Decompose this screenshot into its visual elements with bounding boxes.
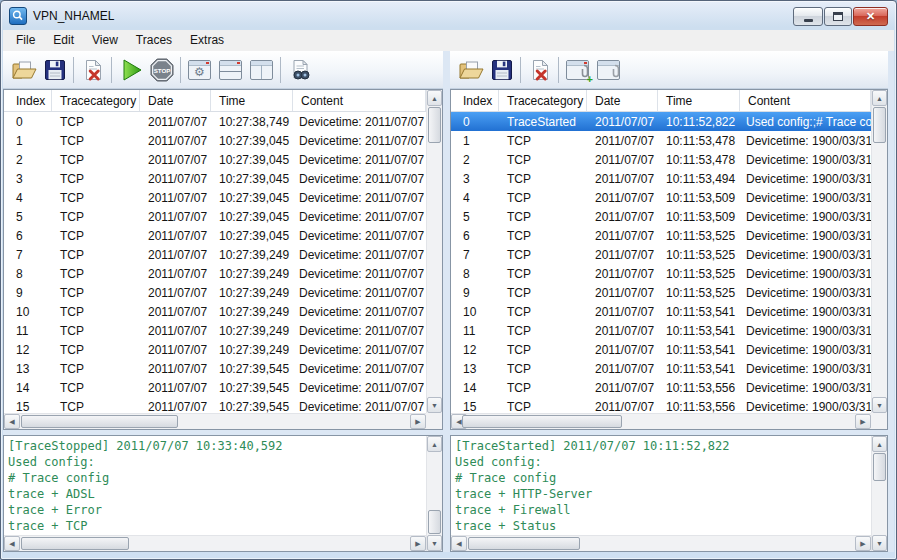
table-row[interactable]: 10TCP2011/07/0710:11:53,541Devicetime: 1…	[451, 302, 871, 321]
scroll-down-button[interactable]: ▼	[872, 535, 887, 551]
table-row[interactable]: 9TCP2011/07/0710:27:39,249Devicetime: 20…	[4, 283, 426, 302]
table-row[interactable]: 14TCP2011/07/0710:11:53,556Devicetime: 1…	[451, 378, 871, 397]
column-header-date[interactable]: Date	[587, 90, 658, 111]
column-header-index[interactable]: Index	[451, 90, 499, 111]
table-row[interactable]: 13TCP2011/07/0710:27:39,545Devicetime: 2…	[4, 359, 426, 378]
table-row[interactable]: 12TCP2011/07/0710:11:53,541Devicetime: 1…	[451, 340, 871, 359]
split-horizontal-button[interactable]	[215, 54, 246, 85]
menu-view[interactable]: View	[83, 31, 127, 50]
column-header-time[interactable]: Time	[211, 90, 293, 111]
table-row[interactable]: 11TCP2011/07/0710:27:39,249Devicetime: 2…	[4, 321, 426, 340]
table-row[interactable]: 5TCP2011/07/0710:27:39,045Devicetime: 20…	[4, 207, 426, 226]
table-row[interactable]: 7TCP2011/07/0710:11:53,525Devicetime: 19…	[451, 245, 871, 264]
vertical-splitter[interactable]	[443, 51, 450, 552]
app-icon[interactable]	[9, 7, 27, 25]
title-bar[interactable]: VPN_NHAMEL ✕	[3, 2, 894, 30]
search-trace-button[interactable]	[284, 54, 315, 85]
table-row[interactable]: 4TCP2011/07/0710:27:39,045Devicetime: 20…	[4, 188, 426, 207]
clear-trace-button[interactable]	[77, 54, 108, 85]
table-row[interactable]: 8TCP2011/07/0710:11:53,525Devicetime: 19…	[451, 264, 871, 283]
column-header-content[interactable]: Content	[293, 90, 426, 111]
table-row[interactable]: 15TCP2011/07/0710:11:53,556Devicetime: 1…	[451, 397, 871, 413]
scroll-down-button[interactable]: ▼	[872, 397, 887, 413]
attach-window-add-button[interactable]: +	[562, 54, 593, 85]
split-vertical-button[interactable]	[246, 54, 277, 85]
scroll-up-button[interactable]: ▲	[427, 90, 442, 106]
save-trace-button[interactable]	[39, 54, 70, 85]
restore-button[interactable]	[824, 7, 852, 26]
scroll-down-button[interactable]: ▼	[427, 535, 442, 551]
table-row[interactable]: 6TCP2011/07/0710:11:53,525Devicetime: 19…	[451, 226, 871, 245]
table-row[interactable]: 2TCP2011/07/0710:11:53,478Devicetime: 19…	[451, 150, 871, 169]
table-row[interactable]: 10TCP2011/07/0710:27:39,249Devicetime: 2…	[4, 302, 426, 321]
table-row[interactable]: 4TCP2011/07/0710:11:53,509Devicetime: 19…	[451, 188, 871, 207]
minimize-button[interactable]	[793, 7, 823, 26]
table-row[interactable]: 3TCP2011/07/0710:27:39,045Devicetime: 20…	[4, 169, 426, 188]
menu-edit[interactable]: Edit	[44, 31, 83, 50]
table-row[interactable]: 9TCP2011/07/0710:11:53,525Devicetime: 19…	[451, 283, 871, 302]
menu-file[interactable]: File	[7, 31, 44, 50]
stop-trace-button[interactable]: STOP	[146, 54, 177, 85]
scroll-thumb[interactable]	[428, 510, 441, 534]
log-horizontal-scrollbar[interactable]: ◀ ▶	[451, 535, 871, 551]
start-trace-button[interactable]	[115, 54, 146, 85]
attach-window-button[interactable]	[593, 54, 624, 85]
table-row[interactable]: 11TCP2011/07/0710:11:53,541Devicetime: 1…	[451, 321, 871, 340]
table-vertical-scrollbar[interactable]: ▲ ▼	[871, 90, 887, 413]
column-header-date[interactable]: Date	[140, 90, 211, 111]
log-horizontal-scrollbar[interactable]: ◀ ▶	[4, 535, 426, 551]
scroll-up-button[interactable]: ▲	[872, 436, 887, 452]
table-row[interactable]: 14TCP2011/07/0710:27:39,545Devicetime: 2…	[4, 378, 426, 397]
scroll-thumb[interactable]	[462, 415, 622, 428]
clear-trace-button[interactable]	[524, 54, 555, 85]
scroll-thumb[interactable]	[873, 107, 886, 143]
right-log-panel[interactable]: [TraceStarted] 2011/07/07 10:11:52,822Us…	[450, 435, 888, 552]
column-header-tracecategory[interactable]: Tracecategory	[52, 90, 140, 111]
scroll-thumb[interactable]	[21, 537, 129, 550]
close-button[interactable]: ✕	[853, 7, 888, 26]
column-header-index[interactable]: Index	[4, 90, 52, 111]
scroll-thumb[interactable]	[873, 453, 886, 481]
table-row[interactable]: 12TCP2011/07/0710:27:39,249Devicetime: 2…	[4, 340, 426, 359]
trace-settings-button[interactable]: ⚙	[184, 54, 215, 85]
scroll-thumb[interactable]	[468, 537, 580, 550]
table-horizontal-scrollbar[interactable]: ◀ ▶	[4, 413, 426, 429]
table-row[interactable]: 0TraceStarted2011/07/0710:11:52,822Used …	[451, 112, 871, 131]
scroll-left-button[interactable]: ◀	[4, 536, 20, 551]
menu-extras[interactable]: Extras	[181, 31, 233, 50]
table-row[interactable]: 8TCP2011/07/0710:27:39,249Devicetime: 20…	[4, 264, 426, 283]
scroll-right-button[interactable]: ▶	[410, 536, 426, 551]
scroll-right-button[interactable]: ▶	[855, 414, 871, 429]
scroll-down-button[interactable]: ▼	[427, 397, 442, 413]
log-vertical-scrollbar[interactable]: ▲ ▼	[426, 436, 442, 551]
scroll-right-button[interactable]: ▶	[410, 414, 426, 429]
table-row[interactable]: 2TCP2011/07/0710:27:39,045Devicetime: 20…	[4, 150, 426, 169]
scroll-up-button[interactable]: ▲	[427, 436, 442, 452]
table-row[interactable]: 7TCP2011/07/0710:27:39,249Devicetime: 20…	[4, 245, 426, 264]
table-row[interactable]: 6TCP2011/07/0710:27:39,045Devicetime: 20…	[4, 226, 426, 245]
left-log-panel[interactable]: [TraceStopped] 2011/07/07 10:33:40,592Us…	[3, 435, 443, 552]
open-trace-button[interactable]	[8, 54, 39, 85]
menu-traces[interactable]: Traces	[127, 31, 181, 50]
save-trace-button[interactable]	[486, 54, 517, 85]
table-vertical-scrollbar[interactable]: ▲ ▼	[426, 90, 442, 413]
table-horizontal-scrollbar[interactable]: ◀ ▶	[451, 413, 871, 429]
column-header-content[interactable]: Content	[740, 90, 871, 111]
column-header-tracecategory[interactable]: Tracecategory	[499, 90, 587, 111]
scroll-left-button[interactable]: ◀	[4, 414, 20, 429]
open-trace-button[interactable]	[455, 54, 486, 85]
table-row[interactable]: 13TCP2011/07/0710:11:53,541Devicetime: 1…	[451, 359, 871, 378]
column-header-time[interactable]: Time	[658, 90, 740, 111]
scroll-right-button[interactable]: ▶	[855, 536, 871, 551]
table-row[interactable]: 5TCP2011/07/0710:11:53,509Devicetime: 19…	[451, 207, 871, 226]
scroll-left-button[interactable]: ◀	[451, 536, 467, 551]
table-row[interactable]: 15TCP2011/07/0710:27:39,545Devicetime: 2…	[4, 397, 426, 413]
log-vertical-scrollbar[interactable]: ▲ ▼	[871, 436, 887, 551]
table-row[interactable]: 1TCP2011/07/0710:11:53,478Devicetime: 19…	[451, 131, 871, 150]
scroll-thumb[interactable]	[428, 107, 441, 143]
table-row[interactable]: 3TCP2011/07/0710:11:53,494Devicetime: 19…	[451, 169, 871, 188]
table-row[interactable]: 0TCP2011/07/0710:27:38,749Devicetime: 20…	[4, 112, 426, 131]
table-row[interactable]: 1TCP2011/07/0710:27:39,045Devicetime: 20…	[4, 131, 426, 150]
scroll-thumb[interactable]	[21, 415, 178, 428]
scroll-up-button[interactable]: ▲	[872, 90, 887, 106]
